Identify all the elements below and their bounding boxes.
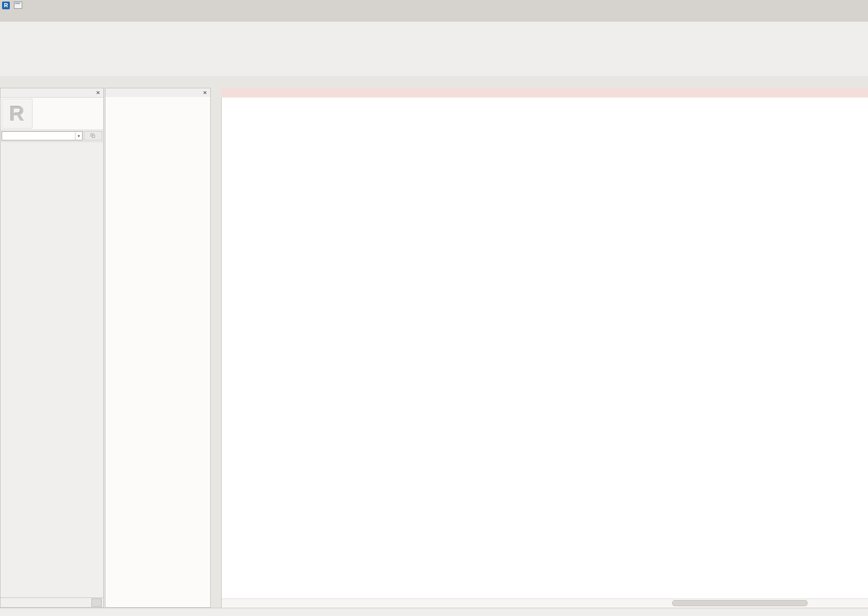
ribbon-tab-bar <box>0 10 868 22</box>
quick-access-toolbar <box>0 62 868 76</box>
main-area: ✕ R ▼ <box>0 76 868 608</box>
status-bar <box>0 608 868 616</box>
window-icon[interactable] <box>14 2 22 9</box>
apply-button[interactable] <box>91 598 102 607</box>
properties-panel-header: ✕ <box>1 88 103 98</box>
family-preview-image: R <box>2 99 33 129</box>
project-browser-tree <box>105 97 210 607</box>
model-drawing <box>222 98 377 175</box>
family-preview: R <box>1 98 103 130</box>
drawing-canvas[interactable] <box>221 98 868 608</box>
ribbon <box>0 22 868 62</box>
properties-footer <box>1 597 103 607</box>
view-tab-bar <box>221 88 868 98</box>
properties-close-icon[interactable]: ✕ <box>95 90 101 96</box>
revit-window: R ✕ R ▼ <box>0 0 868 616</box>
type-selector-row: ▼ <box>1 130 103 142</box>
edit-type-button[interactable] <box>84 131 102 140</box>
revit-app-icon[interactable]: R <box>2 2 10 9</box>
edit-type-icon <box>90 133 96 138</box>
horizontal-scrollbar-thumb[interactable] <box>672 600 808 606</box>
title-bar: R <box>0 0 868 10</box>
project-browser-header: ✕ <box>105 88 210 98</box>
family-type-selector[interactable]: ▼ <box>2 131 83 140</box>
drawing-area-column <box>221 88 868 608</box>
properties-panel: ✕ R ▼ <box>0 88 104 608</box>
view-control-bar <box>222 598 868 608</box>
chevron-down-icon[interactable]: ▼ <box>75 132 82 140</box>
project-browser-panel: ✕ <box>105 88 211 608</box>
properties-empty-area <box>1 289 103 598</box>
project-browser-close-icon[interactable]: ✕ <box>202 90 208 96</box>
